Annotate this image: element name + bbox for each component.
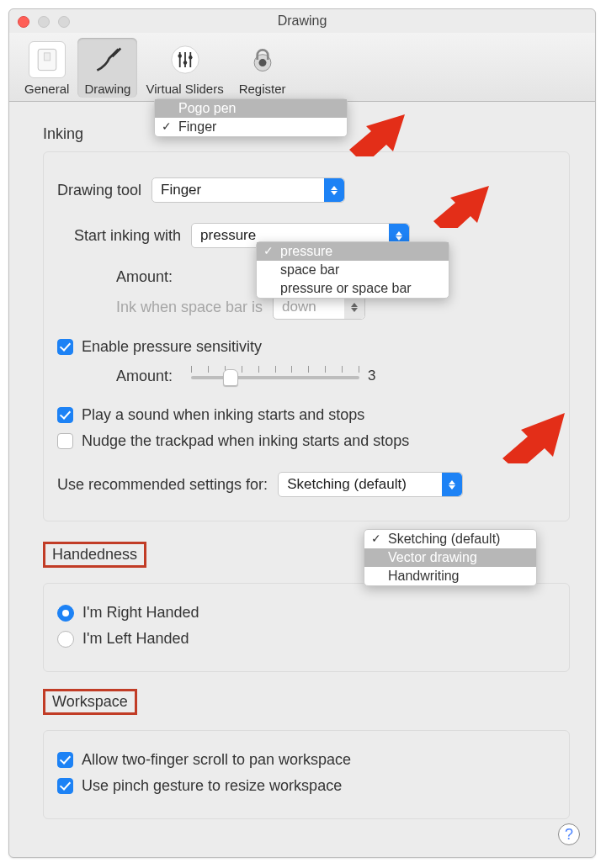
pressure-amount-value: 3 <box>368 368 375 384</box>
preferences-window: Drawing General Drawing Virtual Sliders … <box>8 8 596 858</box>
enable-pressure-label: Enable pressure sensitivity <box>82 338 262 356</box>
right-handed-radio[interactable] <box>57 605 74 622</box>
svg-point-10 <box>258 59 266 66</box>
drawing-tool-select[interactable]: Finger <box>152 177 345 203</box>
minimize-window-button[interactable] <box>38 16 50 28</box>
start-inking-option-spacebar[interactable]: space bar <box>257 261 449 279</box>
left-handed-label: I'm Left Handed <box>82 630 189 648</box>
recommended-label: Use recommended settings for: <box>57 476 268 494</box>
svg-point-8 <box>189 56 193 60</box>
inking-group: Drawing tool Finger Start inking with pr… <box>43 151 570 521</box>
workspace-group: Allow two-finger scroll to pan workspace… <box>43 730 570 819</box>
zoom-window-button[interactable] <box>58 16 70 28</box>
window-title: Drawing <box>278 13 327 28</box>
start-inking-option-either[interactable]: pressure or space bar <box>257 279 449 298</box>
content: Inking Pogo pen ✓Finger Drawing tool Fin… <box>9 102 595 840</box>
switch-icon <box>29 41 66 78</box>
scroll-pan-label: Allow two-finger scroll to pan workspace <box>82 751 351 769</box>
handedness-group: I'm Right Handed I'm Left Handed <box>43 583 570 672</box>
scroll-pan-checkbox[interactable] <box>57 752 73 768</box>
left-handed-radio[interactable] <box>57 631 74 648</box>
enable-pressure-checkbox[interactable] <box>57 339 73 355</box>
start-inking-options: ✓pressure space bar pressure or space ba… <box>256 241 449 299</box>
pressure-amount-slider[interactable] <box>191 364 359 388</box>
right-handed-label: I'm Right Handed <box>82 604 199 622</box>
chevron-updown-icon <box>324 178 344 202</box>
toolbar-drawing[interactable]: Drawing <box>77 38 137 98</box>
drawing-tool-option-pogo[interactable]: Pogo pen <box>155 99 347 118</box>
check-icon: ✓ <box>371 532 381 545</box>
recommended-option-vector[interactable]: Vector drawing <box>364 548 536 567</box>
drawing-tool-label: Drawing tool <box>57 182 141 199</box>
window-controls <box>18 16 70 28</box>
pinch-resize-label: Use pinch gesture to resize workspace <box>82 777 342 795</box>
toolbar-register[interactable]: Register <box>232 38 293 98</box>
pen-icon <box>89 41 126 78</box>
recommended-option-handwriting[interactable]: Handwriting <box>364 567 536 585</box>
amount2-label: Amount: <box>116 368 173 385</box>
play-sound-label: Play a sound when inking starts and stop… <box>82 406 364 424</box>
lock-icon <box>244 41 281 78</box>
pinch-resize-checkbox[interactable] <box>57 778 73 794</box>
toolbar-sliders[interactable]: Virtual Sliders <box>139 38 230 98</box>
drawing-tool-options: Pogo pen ✓Finger <box>154 98 348 137</box>
play-sound-checkbox[interactable] <box>57 407 73 423</box>
svg-point-6 <box>178 54 182 58</box>
close-window-button[interactable] <box>18 16 29 28</box>
start-inking-label: Start inking with <box>74 227 181 245</box>
svg-rect-1 <box>44 53 50 61</box>
chevron-updown-icon <box>442 473 462 496</box>
svg-point-7 <box>183 61 187 65</box>
spacebar-label: Ink when space bar is <box>116 299 263 316</box>
start-inking-option-pressure[interactable]: ✓pressure <box>257 242 449 261</box>
recommended-options: ✓Sketching (default) Vector drawing Hand… <box>364 529 537 586</box>
check-icon: ✓ <box>162 119 172 133</box>
drawing-tool-option-finger[interactable]: ✓Finger <box>155 118 347 136</box>
workspace-heading: Workspace <box>43 689 137 715</box>
nudge-trackpad-label: Nudge the trackpad when inking starts an… <box>82 432 409 450</box>
check-icon: ✓ <box>263 244 274 257</box>
nudge-trackpad-checkbox[interactable] <box>57 433 73 449</box>
sliders-icon <box>167 41 204 78</box>
amount1-label: Amount: <box>116 268 173 286</box>
recommended-option-sketching[interactable]: ✓Sketching (default) <box>364 530 536 548</box>
recommended-select[interactable]: Sketching (default) <box>278 472 463 497</box>
handedness-heading: Handedness <box>43 542 146 568</box>
chevron-updown-icon <box>344 295 364 319</box>
titlebar: Drawing <box>9 9 595 33</box>
toolbar-general[interactable]: General <box>18 38 76 98</box>
help-button[interactable]: ? <box>558 823 580 845</box>
toolbar: General Drawing Virtual Sliders Register <box>9 33 595 102</box>
